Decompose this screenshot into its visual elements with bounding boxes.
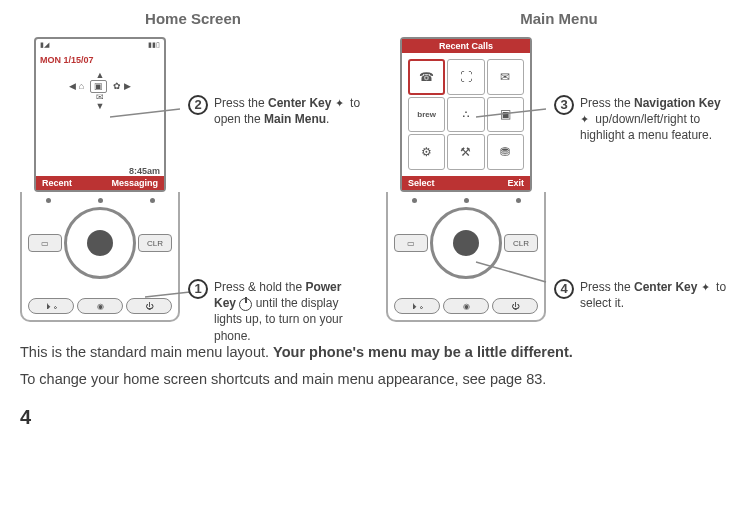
send-key-r[interactable]: ⏵⚬ <box>394 298 440 314</box>
side-button-left-r[interactable]: ▭ <box>394 234 428 252</box>
menu-softkey-right[interactable]: Exit <box>507 178 524 188</box>
softkey-right[interactable]: Messaging <box>111 178 158 188</box>
home-screen: ▮◢ ▮▮▯ MON 1/15/07 ▲ ◀ ⌂ ▣ ✿ ▶ ✉▼ <box>34 37 166 192</box>
home-date: MON 1/15/07 <box>40 55 160 65</box>
nav-left-icon: ◀ ⌂ <box>69 82 84 91</box>
camera-key-r[interactable]: ◉ <box>443 298 489 314</box>
phone-keypad-left: ▭ CLR ⏵⚬ ◉ ⏻ <box>20 192 180 322</box>
nav-key-icon <box>580 114 592 126</box>
body-line-1: This is the standard main menu layout. Y… <box>20 342 732 363</box>
battery-icon: ▮▮▯ <box>148 41 160 49</box>
heading-main: Main Menu <box>386 10 732 27</box>
menu-title: Recent Calls <box>402 39 530 53</box>
side-button-left[interactable]: ▭ <box>28 234 62 252</box>
phone-home: ▮◢ ▮▮▯ MON 1/15/07 ▲ ◀ ⌂ ▣ ✿ ▶ ✉▼ <box>20 37 180 322</box>
nav-right-icon: ✿ ▶ <box>113 82 131 91</box>
page-number: 4 <box>20 406 732 429</box>
power-key[interactable]: ⏻ <box>126 298 172 314</box>
menu-cell-7[interactable]: ⚙ <box>408 134 445 170</box>
callout-3: 3 Press the Navigation Key up/down/left/… <box>554 95 732 144</box>
callout-2: 2 Press the Center Key to open the Main … <box>188 95 366 127</box>
callout-4: 4 Press the Center Key to select it. <box>554 279 732 311</box>
power-key-icon <box>239 298 252 311</box>
callout-1: 1 Press & hold the Power Key until the d… <box>188 279 366 344</box>
callout-num-2: 2 <box>188 95 208 115</box>
softkey-left[interactable]: Recent <box>42 178 72 188</box>
center-key-icon-2 <box>701 282 713 294</box>
menu-screen: Recent Calls ☎ ⛶ ✉ brew ⛬ ▣ ⚙ ⚒ ⛃ Select <box>400 37 532 192</box>
callout-num-1: 1 <box>188 279 208 299</box>
body-line-2: To change your home screen shortcuts and… <box>20 369 732 390</box>
menu-cell-8[interactable]: ⚒ <box>447 134 484 170</box>
menu-cell-3[interactable]: ✉ <box>487 59 524 95</box>
menu-cell-5[interactable]: ⛬ <box>447 97 484 133</box>
home-time: 8:45am <box>36 166 164 176</box>
menu-cell-4[interactable]: brew <box>408 97 445 133</box>
heading-home: Home Screen <box>20 10 366 27</box>
camera-key[interactable]: ◉ <box>77 298 123 314</box>
menu-cell-9[interactable]: ⛃ <box>487 134 524 170</box>
center-key-icon <box>335 98 347 110</box>
nav-down-icon: ✉▼ <box>40 93 160 111</box>
phone-keypad-right: ▭ CLR ⏵⚬ ◉ ⏻ <box>386 192 546 322</box>
menu-cell-1[interactable]: ☎ <box>408 59 445 95</box>
callout-num-4: 4 <box>554 279 574 299</box>
power-key-r[interactable]: ⏻ <box>492 298 538 314</box>
clr-button[interactable]: CLR <box>138 234 172 252</box>
clr-button-r[interactable]: CLR <box>504 234 538 252</box>
nav-up-icon: ▲ <box>40 71 160 80</box>
signal-icon: ▮◢ <box>40 41 49 49</box>
send-key[interactable]: ⏵⚬ <box>28 298 74 314</box>
callout-num-3: 3 <box>554 95 574 115</box>
menu-cell-6[interactable]: ▣ <box>487 97 524 133</box>
phone-menu: Recent Calls ☎ ⛶ ✉ brew ⛬ ▣ ⚙ ⚒ ⛃ Select <box>386 37 546 322</box>
menu-cell-2[interactable]: ⛶ <box>447 59 484 95</box>
menu-softkey-left[interactable]: Select <box>408 178 435 188</box>
